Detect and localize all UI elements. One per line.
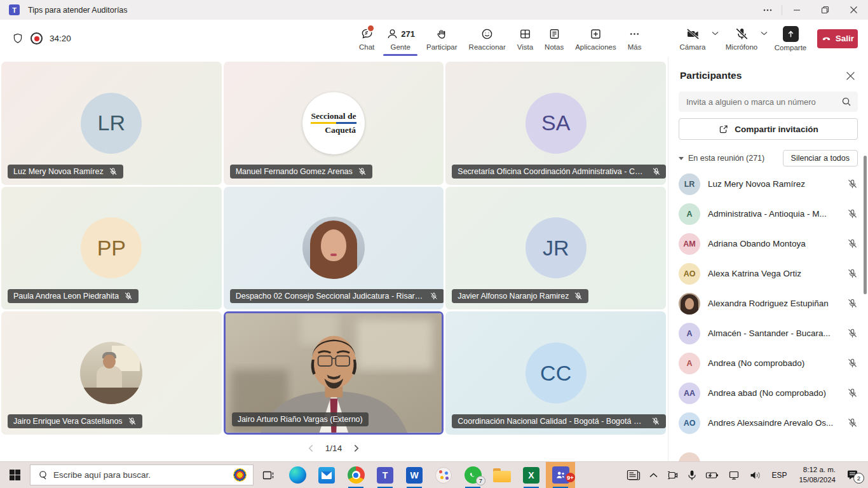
window-title: Tips para atender Auditorías xyxy=(28,6,128,15)
notification-badge: 2 xyxy=(853,473,864,484)
taskbar-app-paint[interactable] xyxy=(429,462,458,488)
camera-off-icon xyxy=(686,27,700,41)
taskbar-app-teams-meeting[interactable]: 9+ xyxy=(546,462,575,488)
tab-reaccionar-label: Reaccionar xyxy=(469,43,506,51)
maximize-button[interactable] xyxy=(811,0,839,20)
participant-name-label: Jairo Arturo Riaño Vargas (Externo) xyxy=(232,412,369,426)
participant-avatar: LR xyxy=(679,173,700,195)
invite-search-input[interactable] xyxy=(679,92,858,112)
participant-mic-muted-icon xyxy=(847,208,858,219)
logo-line2: Caquetá xyxy=(325,125,356,135)
video-tile[interactable]: CC Coordinación Nacional Calidad - Bogot… xyxy=(445,311,666,435)
avatar-photo xyxy=(80,342,142,404)
page-prev-icon[interactable] xyxy=(307,444,315,452)
clock[interactable]: 8:12 a. m. 15/08/2024 xyxy=(792,465,842,485)
hangup-icon xyxy=(821,33,832,44)
taskbar: Escribe aquí para buscar. TW 7X 9+ xyxy=(0,461,868,488)
video-tile[interactable]: JR Javier Alfonso Naranjo Ramirez xyxy=(445,187,666,310)
participant-row-name: Almacén - Santander - Bucara... xyxy=(708,329,839,338)
camera-button[interactable]: Cámara xyxy=(675,27,710,51)
taskbar-app-explorer[interactable] xyxy=(487,462,517,488)
microphone-chevron-icon[interactable] xyxy=(761,31,768,36)
taskbar-app-teams[interactable]: T xyxy=(370,462,400,488)
tab-notas[interactable]: Notas xyxy=(539,26,569,56)
participant-row[interactable]: AO Alexa Katrina Vega Ortiz xyxy=(668,259,868,288)
speaker-icon xyxy=(749,470,761,480)
taskbar-app-excel[interactable]: X xyxy=(517,462,546,488)
participant-row-name: Adriana Obando Montoya xyxy=(708,239,839,248)
window-controls xyxy=(753,0,868,20)
people-icon xyxy=(386,27,399,41)
tab-aplicaciones[interactable]: Aplicaciones xyxy=(569,26,622,56)
share-invitation-button[interactable]: Compartir invitación xyxy=(679,118,858,140)
tray-volume[interactable] xyxy=(745,462,766,488)
participant-row-name: Luz Mery Novoa Ramírez xyxy=(708,179,839,189)
tray-microphone[interactable] xyxy=(683,462,701,488)
file-explorer-icon xyxy=(493,468,511,482)
camera-chevron-icon[interactable] xyxy=(712,31,719,36)
tray-network[interactable] xyxy=(724,462,745,488)
window-more-button[interactable] xyxy=(753,0,782,20)
participant-row[interactable]: AA Andrea abad (No comprobado) xyxy=(668,378,868,408)
share-screen-button[interactable]: Comparte xyxy=(773,26,808,51)
share-invitation-icon xyxy=(718,124,729,135)
taskbar-app-whatsapp[interactable]: 7 xyxy=(458,462,487,488)
task-view-button[interactable] xyxy=(254,462,283,488)
panel-scrollbar[interactable] xyxy=(864,156,867,294)
participant-row[interactable]: AO Andres Alexsaindre Arevalo Os... xyxy=(668,408,868,438)
participant-avatar: A xyxy=(679,353,700,374)
participant-row[interactable]: A Administrativa - Antioquia - M... xyxy=(668,199,868,229)
tab-participar[interactable]: Participar xyxy=(421,26,463,56)
tray-expand-button[interactable] xyxy=(645,462,662,488)
tab-chat[interactable]: Chat xyxy=(353,26,380,56)
microphone-button[interactable]: Micrófono xyxy=(724,27,759,51)
participant-row[interactable]: A Almacén - Santander - Bucara... xyxy=(668,318,868,348)
participant-row[interactable]: Alexandra Rodriguez Estupiñan xyxy=(668,288,868,318)
taskbar-app-edge[interactable] xyxy=(283,462,312,488)
participant-mic-muted-icon xyxy=(847,388,858,398)
video-tile[interactable]: Despacho 02 Consejo Seccional Judicatura… xyxy=(224,187,444,310)
start-button[interactable] xyxy=(0,462,30,488)
panel-close-icon[interactable] xyxy=(846,71,855,81)
taskbar-app-word[interactable]: W xyxy=(400,462,429,488)
tab-vista[interactable]: Vista xyxy=(512,26,539,56)
close-button[interactable] xyxy=(839,0,868,20)
participant-row[interactable]: LR Luz Mery Novoa Ramírez xyxy=(668,169,868,199)
people-count: 271 xyxy=(401,29,415,39)
video-tile[interactable]: Jairo Enrique Vera Castellanos xyxy=(1,311,222,435)
mute-all-button[interactable]: Silenciar a todos xyxy=(783,150,858,166)
invite-search xyxy=(679,92,858,112)
tray-battery[interactable] xyxy=(701,462,724,488)
participant-row[interactable]: AM Adriana Obando Montoya xyxy=(668,229,868,259)
chevron-up-icon xyxy=(649,473,658,478)
participant-name-label: Manuel Fernando Gomez Arenas xyxy=(230,165,372,179)
search-icon xyxy=(841,97,851,107)
taskbar-search-placeholder: Escribe aquí para buscar. xyxy=(53,470,227,480)
notification-center-button[interactable]: 2 xyxy=(842,462,868,488)
language-indicator[interactable]: ESP xyxy=(766,471,792,480)
video-tile[interactable]: Seccional de Caquetá Manuel Fernando Gom… xyxy=(224,62,444,185)
tab-mas[interactable]: Más xyxy=(622,26,648,56)
battery-icon xyxy=(705,471,719,480)
widgets-button[interactable] xyxy=(622,462,645,488)
leave-button[interactable]: Salir xyxy=(817,29,858,48)
participant-mic-muted-icon xyxy=(847,358,858,369)
avatar-logo: Seccional de Caquetá xyxy=(302,92,365,154)
participants-list: LR Luz Mery Novoa Ramírez A Administrati… xyxy=(668,169,868,438)
system-tray: ESP 8:12 a. m. 15/08/2024 2 xyxy=(622,462,868,488)
minimize-button[interactable] xyxy=(782,0,811,20)
page-next-icon[interactable] xyxy=(352,444,360,452)
video-tile[interactable]: PP Paula Andrea Leon Piedrahita xyxy=(1,187,222,310)
video-tile[interactable]: SA Secretaría Oficina Coordinación Admin… xyxy=(445,62,666,185)
in-meeting-toggle[interactable]: En esta reunión (271) xyxy=(679,154,764,163)
taskbar-app-mail[interactable] xyxy=(312,462,341,488)
video-tile[interactable]: Jairo Arturo Riaño Vargas (Externo) xyxy=(224,311,444,435)
tray-camera[interactable] xyxy=(662,462,683,488)
taskbar-search[interactable]: Escribe aquí para buscar. xyxy=(30,464,254,485)
notes-icon xyxy=(548,27,561,41)
tab-reaccionar[interactable]: Reaccionar xyxy=(463,26,512,56)
tab-gente[interactable]: 271 Gente xyxy=(380,26,421,56)
participant-row[interactable]: A Andrea (No comprobado) xyxy=(668,348,868,378)
video-tile[interactable]: LR Luz Mery Novoa Ramírez xyxy=(1,62,222,185)
taskbar-app-chrome[interactable] xyxy=(341,462,370,488)
